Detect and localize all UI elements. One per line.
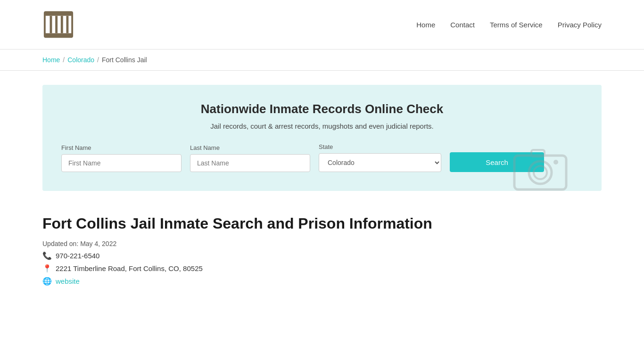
state-group: State Colorado Alabama Alaska Arizona Ar… xyxy=(319,143,441,172)
website-link[interactable]: website xyxy=(56,277,80,285)
page-title: Fort Collins Jail Inmate Search and Pris… xyxy=(42,214,602,232)
banner-title: Nationwide Inmate Records Online Check xyxy=(61,102,583,116)
breadcrumb-current: Fort Collins Jail xyxy=(102,56,147,64)
breadcrumb-sep-1: / xyxy=(63,56,65,64)
first-name-group: First Name xyxy=(61,144,182,172)
last-name-input[interactable] xyxy=(190,154,310,172)
banner-subtitle: Jail records, court & arrest records, mu… xyxy=(61,122,583,130)
main-content: Fort Collins Jail Inmate Search and Pris… xyxy=(0,205,644,310)
address-row: 📍 2221 Timberline Road, Fort Collins, CO… xyxy=(42,264,602,273)
main-nav: Home Contact Terms of Service Privacy Po… xyxy=(416,21,602,29)
svg-point-8 xyxy=(529,161,552,184)
globe-icon: 🌐 xyxy=(42,277,52,286)
svg-point-11 xyxy=(553,160,558,165)
address-text: 2221 Timberline Road, Fort Collins, CO, … xyxy=(56,264,203,272)
website-row: 🌐 website xyxy=(42,277,602,286)
meta-info: Updated on: May 4, 2022 📞 970-221-6540 📍… xyxy=(42,240,602,286)
nav-terms[interactable]: Terms of Service xyxy=(490,21,543,29)
svg-rect-1 xyxy=(45,12,72,16)
svg-rect-5 xyxy=(61,16,63,33)
state-label: State xyxy=(319,143,441,150)
breadcrumb-home[interactable]: Home xyxy=(42,56,60,64)
nav-home[interactable]: Home xyxy=(416,21,435,29)
breadcrumb-bar: Home / Colorado / Fort Collins Jail xyxy=(0,49,644,71)
search-form: First Name Last Name State Colorado Alab… xyxy=(61,143,583,172)
site-header: Home Contact Terms of Service Privacy Po… xyxy=(0,0,644,49)
phone-row: 📞 970-221-6540 xyxy=(42,251,602,260)
svg-rect-3 xyxy=(50,16,52,33)
state-select[interactable]: Colorado Alabama Alaska Arizona Arkansas… xyxy=(319,153,441,172)
nav-contact[interactable]: Contact xyxy=(450,21,475,29)
updated-date: Updated on: May 4, 2022 xyxy=(42,240,602,247)
camera-icon xyxy=(510,141,571,193)
svg-rect-2 xyxy=(45,33,72,37)
logo[interactable] xyxy=(42,8,74,41)
phone-number: 970-221-6540 xyxy=(56,252,99,260)
breadcrumb-state[interactable]: Colorado xyxy=(67,56,94,64)
facility-photo-placeholder xyxy=(507,139,573,196)
last-name-label: Last Name xyxy=(190,144,310,151)
breadcrumb-sep-2: / xyxy=(97,56,99,64)
nav-privacy[interactable]: Privacy Policy xyxy=(558,21,602,29)
breadcrumb: Home / Colorado / Fort Collins Jail xyxy=(42,56,602,64)
first-name-label: First Name xyxy=(61,144,182,151)
svg-rect-6 xyxy=(66,16,69,33)
svg-point-9 xyxy=(534,166,547,179)
location-icon: 📍 xyxy=(42,264,52,273)
phone-icon: 📞 xyxy=(42,251,52,260)
last-name-group: Last Name xyxy=(190,144,310,172)
first-name-input[interactable] xyxy=(61,154,182,172)
svg-rect-4 xyxy=(55,16,58,33)
logo-icon xyxy=(42,8,74,41)
